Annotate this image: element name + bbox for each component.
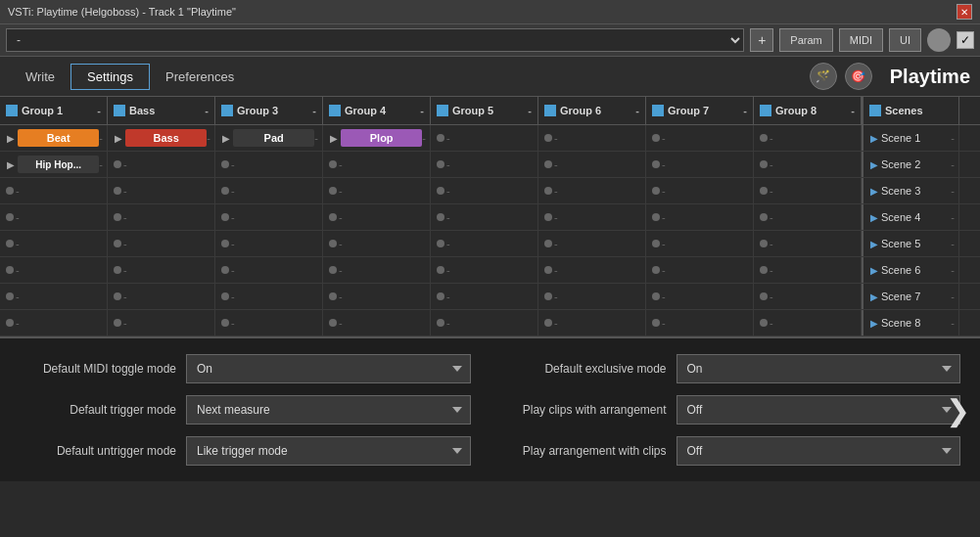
scene-play-btn-5[interactable]: ▶: [867, 263, 881, 277]
scene-play-btn-4[interactable]: ▶: [867, 237, 881, 250]
col-checkbox-3[interactable]: [221, 105, 233, 116]
arrangement-select[interactable]: OffOn: [677, 436, 961, 466]
empty-dot-5-4: [437, 266, 444, 274]
play-btn-1-0[interactable]: ▶: [4, 157, 18, 171]
ui-button[interactable]: UI: [889, 28, 921, 52]
checkbox-icon[interactable]: ✓: [957, 31, 974, 49]
play-btn-0-2[interactable]: ▶: [219, 131, 233, 145]
clips-label: Play clips with arrangement: [510, 403, 667, 417]
grid-row-2: --------▶Scene 3-: [0, 178, 980, 204]
scene-label-0: Scene 1: [881, 132, 951, 144]
wand-icon[interactable]: 🪄: [810, 63, 837, 90]
clip-pad[interactable]: Pad: [233, 129, 314, 147]
clip-beat[interactable]: Beat: [18, 129, 99, 147]
col-checkbox-5[interactable]: [437, 105, 448, 116]
app-title: Playtime: [890, 66, 970, 88]
col-checkbox-6[interactable]: [544, 105, 556, 116]
empty-dot-2-2: [221, 187, 229, 195]
col-checkbox-scenes[interactable]: [869, 105, 881, 116]
close-button[interactable]: ✕: [957, 4, 972, 20]
col-label-8: Group 8: [775, 105, 847, 116]
trigger-select[interactable]: Next measureImmediatelyNext beat: [186, 395, 471, 425]
empty-dot-2-6: [652, 187, 660, 195]
play-btn-0-1[interactable]: ▶: [112, 131, 125, 145]
tab-preferences[interactable]: Preferences: [150, 65, 250, 89]
main-dropdown[interactable]: -: [6, 28, 744, 52]
col-checkbox-7[interactable]: [652, 105, 664, 116]
empty-dot-1-5: [544, 160, 552, 168]
col-label-3: Group 3: [237, 105, 308, 116]
col-checkbox-4[interactable]: [329, 105, 341, 116]
empty-dot-2-4: [437, 187, 444, 195]
scene-cell-0: ▶ Scene 1 -: [862, 125, 959, 151]
cell-1-0: ▶ Hip Hop... -: [0, 152, 108, 177]
empty-dot-6-7: [760, 292, 768, 300]
grid-row-4: --------▶Scene 5-: [0, 231, 980, 257]
nav-arrow-right[interactable]: ❯: [946, 393, 970, 427]
empty-dot-0-6: [652, 134, 660, 142]
clip-hiphop[interactable]: Hip Hop...: [18, 156, 99, 173]
cell-3-6: -: [646, 204, 754, 230]
empty-dot-3-5: [544, 213, 552, 221]
empty-dot-2-0: [6, 187, 14, 195]
add-button[interactable]: +: [750, 28, 773, 52]
empty-dot-4-6: [652, 240, 660, 247]
scene-cell-5: ▶Scene 6-: [862, 257, 959, 283]
title-bar-text: VSTi: Playtime (Helgoboss) - Track 1 "Pl…: [8, 6, 236, 18]
empty-dot-2-3: [329, 187, 337, 195]
cell-5-7: -: [754, 257, 862, 283]
cell-4-0: -: [0, 231, 108, 256]
tab-write[interactable]: Write: [10, 65, 70, 89]
play-btn-0-3[interactable]: ▶: [327, 131, 341, 145]
cell-6-6: -: [646, 284, 754, 309]
cell-1-2: -: [215, 152, 323, 177]
cell-7-2: -: [215, 310, 323, 336]
tab-settings[interactable]: Settings: [70, 64, 150, 90]
clips-select[interactable]: OffOn: [677, 395, 961, 425]
grid-row-6: --------▶Scene 7-: [0, 284, 980, 310]
scene-play-btn-6[interactable]: ▶: [867, 290, 881, 303]
scene-play-btn-3[interactable]: ▶: [867, 210, 881, 224]
clip-bass[interactable]: Bass: [125, 129, 207, 147]
empty-dot-4-1: [114, 240, 121, 247]
grid-row-0: ▶ Beat - ▶ Bass - ▶ Pad - ▶ Plop - - -: [0, 125, 980, 152]
empty-dot-4-2: [221, 240, 229, 247]
cell-1-4: -: [431, 152, 538, 177]
col-checkbox-2[interactable]: [114, 105, 125, 116]
midi-button[interactable]: MIDI: [839, 28, 883, 52]
empty-dot-1-6: [652, 160, 660, 168]
empty-dot-7-6: [652, 319, 660, 327]
scene-cell-6: ▶Scene 7-: [862, 284, 959, 309]
clip-plop[interactable]: Plop: [341, 129, 422, 147]
play-btn-0-0[interactable]: ▶: [4, 131, 18, 145]
scene-label-3: Scene 4: [881, 211, 951, 223]
target-icon[interactable]: 🎯: [845, 63, 872, 90]
scene-cell-7: ▶Scene 8-: [862, 310, 959, 336]
empty-dot-6-6: [652, 292, 660, 300]
col-checkbox-8[interactable]: [760, 105, 771, 116]
scene-play-btn-0[interactable]: ▶: [867, 131, 881, 145]
midi-toggle-select[interactable]: OnOff: [186, 354, 471, 383]
scene-play-btn-2[interactable]: ▶: [867, 184, 881, 198]
scene-label-6: Scene 7: [881, 291, 951, 302]
scene-play-btn-7[interactable]: ▶: [867, 316, 881, 330]
empty-dot-6-3: [329, 292, 337, 300]
cell-3-5: -: [538, 204, 646, 230]
scene-play-btn-1[interactable]: ▶: [867, 157, 881, 171]
cell-1-3: -: [323, 152, 431, 177]
exclusive-select[interactable]: OnOff: [677, 354, 961, 383]
param-button[interactable]: Param: [779, 28, 832, 52]
empty-dot-5-0: [6, 266, 14, 274]
cell-7-7: -: [754, 310, 862, 336]
empty-dot-3-4: [437, 213, 444, 221]
col-checkbox-1[interactable]: [6, 105, 18, 116]
empty-dot-7-4: [437, 319, 444, 327]
cell-4-3: -: [323, 231, 431, 256]
empty-dot-5-1: [114, 266, 121, 274]
cell-6-1: -: [108, 284, 215, 309]
empty-dot-0-5: [544, 134, 552, 142]
empty-dot-4-0: [6, 240, 14, 247]
cell-0-7: -: [754, 125, 862, 151]
untrigger-select[interactable]: Like trigger modeImmediatelyNext measure: [186, 436, 471, 466]
empty-dot-6-2: [221, 292, 229, 300]
